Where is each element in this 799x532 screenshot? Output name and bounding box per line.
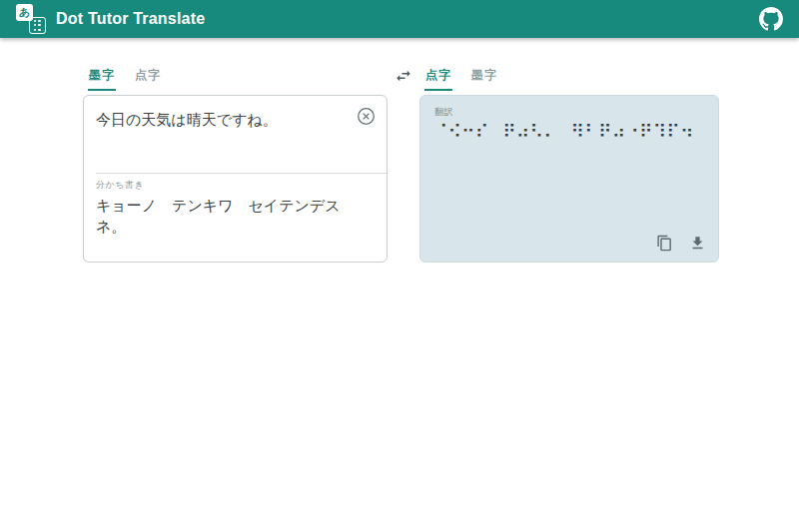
translation-card: 翻訳 ⠈⠪⠒⠎⠀⠟⠴⠣⠄⠀⠻⠃⠟⠴⠐⠟⠹⠏⠲ bbox=[419, 95, 719, 263]
source-panel: 墨字 点字 今日の天気は晴天ですね。 分かち書き キョーノ テンキワ セイテンデ… bbox=[83, 64, 388, 263]
main-content: 墨字 点字 今日の天気は晴天ですね。 分かち書き キョーノ テンキワ セイテンデ… bbox=[0, 38, 799, 263]
translation-label: 翻訳 bbox=[434, 106, 704, 119]
kana-glyph: あ bbox=[19, 5, 30, 20]
braille-dots bbox=[34, 20, 42, 32]
wakachi-text: キョーノ テンキワ セイテンデスネ。 bbox=[96, 195, 343, 237]
kana-square: あ bbox=[16, 4, 33, 21]
source-card: 今日の天気は晴天ですね。 分かち書き キョーノ テンキワ セイテンデスネ。 bbox=[83, 95, 388, 263]
direction-controls bbox=[388, 64, 419, 263]
download-icon[interactable] bbox=[689, 235, 706, 252]
clear-circle-icon[interactable] bbox=[357, 107, 376, 126]
github-icon[interactable] bbox=[759, 7, 783, 31]
app-bar: あ Dot Tutor Translate bbox=[0, 0, 799, 38]
source-text-input[interactable]: 今日の天気は晴天ですね。 bbox=[96, 109, 343, 173]
output-actions bbox=[656, 235, 706, 252]
source-tab-sumiji[interactable]: 墨字 bbox=[88, 64, 116, 91]
target-panel: 点字 墨字 翻訳 ⠈⠪⠒⠎⠀⠟⠴⠣⠄⠀⠻⠃⠟⠴⠐⠟⠹⠏⠲ bbox=[419, 64, 719, 263]
swap-horizontal-icon[interactable] bbox=[395, 67, 412, 85]
target-tabs: 点字 墨字 bbox=[424, 64, 719, 91]
app-title: Dot Tutor Translate bbox=[56, 10, 205, 28]
divider bbox=[96, 173, 387, 174]
copy-icon[interactable] bbox=[656, 235, 673, 252]
braille-output: ⠈⠪⠒⠎⠀⠟⠴⠣⠄⠀⠻⠃⠟⠴⠐⠟⠹⠏⠲ bbox=[434, 121, 704, 142]
target-tab-tenji[interactable]: 点字 bbox=[424, 64, 452, 91]
target-tab-sumiji[interactable]: 墨字 bbox=[470, 64, 498, 91]
app-logo-icon: あ bbox=[16, 4, 46, 34]
source-tabs: 墨字 点字 bbox=[88, 64, 388, 91]
source-tab-tenji[interactable]: 点字 bbox=[134, 64, 162, 91]
wakachi-label: 分かち書き bbox=[96, 179, 343, 192]
